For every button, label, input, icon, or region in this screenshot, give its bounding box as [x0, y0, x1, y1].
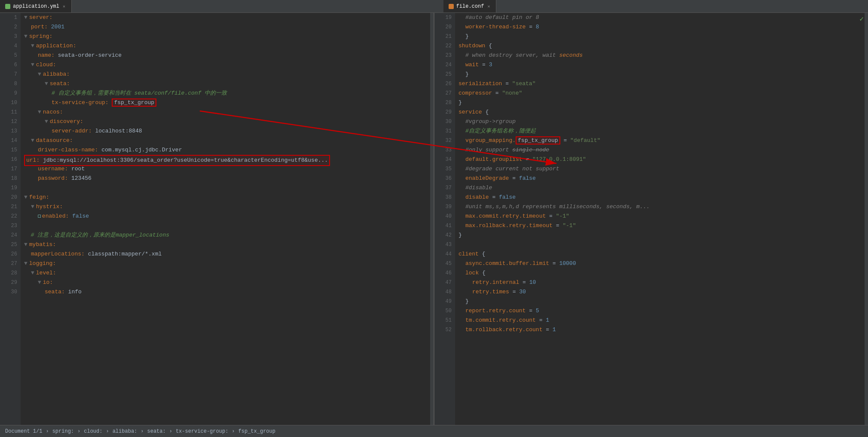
code-line: }: [458, 70, 865, 79]
line-num: 41: [434, 221, 452, 231]
line-num: 19: [434, 13, 452, 22]
breadcrumb-tx-service-group: tx-service-group:: [176, 428, 228, 434]
left-gutter: 1 2 3 4 5 6 7 8 9 10 11 12 13 14 15 16 1: [0, 13, 21, 425]
code-line: default.grouplist = "127.0.0.1:8091": [458, 155, 865, 164]
code-line: [24, 221, 430, 231]
line-num: 28: [434, 98, 452, 108]
tab-bar: application.yml ✕ file.conf ✕: [0, 0, 868, 13]
line-num: 36: [434, 174, 452, 183]
code-line: shutdown {: [458, 41, 865, 51]
line-num: 31: [434, 126, 452, 136]
code-line: disable = false: [458, 193, 865, 202]
document-info: Document 1/1: [5, 428, 42, 434]
code-line: ▼logging:: [24, 259, 430, 268]
code-line: ▼spring:: [24, 32, 430, 41]
code-line: }: [458, 98, 865, 108]
code-line: tm.commit.retry.count = 1: [458, 316, 865, 325]
line-num: 14: [0, 136, 17, 145]
editor-area: 1 2 3 4 5 6 7 8 9 10 11 12 13 14 15 16 1: [0, 13, 868, 425]
line-num: 26: [434, 79, 452, 89]
code-line: ▼io:: [24, 278, 430, 287]
left-code-area[interactable]: 1 2 3 4 5 6 7 8 9 10 11 12 13 14 15 16 1: [0, 13, 434, 425]
line-num: 42: [434, 231, 452, 240]
tab-label-left: application.yml: [13, 3, 59, 9]
code-line: ▼application:: [24, 41, 430, 51]
right-code-area[interactable]: 19 20 21 22 23 24 25 26 27 28 29 30 31 3…: [434, 13, 868, 425]
code-line: #unit ms,s,m,h,d represents milliseconds…: [458, 202, 865, 212]
line-num: 52: [434, 325, 452, 335]
line-num: 33: [434, 145, 452, 155]
left-editor-pane: 1 2 3 4 5 6 7 8 9 10 11 12 13 14 15 16 1: [0, 13, 434, 425]
code-line: max.rollback.retry.timeout = "-1": [458, 221, 865, 231]
code-line: [24, 183, 430, 193]
tab-close-left[interactable]: ✕: [62, 3, 66, 9]
code-line: retry.internal = 10: [458, 278, 865, 287]
code-line: server-addr: localhost:8848: [24, 126, 430, 136]
line-num: 45: [434, 259, 452, 268]
line-num: 5: [0, 51, 17, 60]
code-line: ▼datasource:: [24, 136, 430, 145]
code-line: ▼level:: [24, 268, 430, 278]
yaml-icon: [5, 4, 10, 9]
line-num: 20: [434, 22, 452, 32]
line-num: 24: [0, 231, 17, 240]
line-num: 51: [434, 316, 452, 325]
line-num: 20: [0, 193, 17, 202]
line-num: 13: [0, 126, 17, 136]
line-num: 11: [0, 108, 17, 117]
line-num: 8: [0, 79, 17, 89]
tab-label-right: file.conf: [456, 3, 484, 9]
code-line: lock {: [458, 268, 865, 278]
status-bar: Document 1/1 › spring: › cloud: › alibab…: [0, 425, 868, 437]
line-num: 6: [0, 60, 17, 70]
line-num: 32: [434, 136, 452, 145]
code-line: ▼mybatis:: [24, 240, 430, 249]
code-line: worker-thread-size = 8: [458, 22, 865, 32]
code-line: }: [458, 297, 865, 306]
code-line: mapperLocations: classpath:mapper/*.xml: [24, 249, 430, 259]
line-num: 43: [434, 240, 452, 249]
line-num: 17: [0, 164, 17, 174]
code-line: max.commit.retry.timeout = "-1": [458, 212, 865, 221]
line-num: 10: [0, 98, 17, 108]
right-scrollbar[interactable]: [865, 13, 868, 425]
code-line: #disable: [458, 183, 865, 193]
code-line: service {: [458, 108, 865, 117]
code-line: ▼nacos:: [24, 108, 430, 117]
code-line: #only support single node: [458, 145, 865, 155]
line-num: 7: [0, 70, 17, 79]
code-line: enableDegrade = false: [458, 174, 865, 183]
code-line: retry.times = 30: [458, 287, 865, 297]
code-line: }: [458, 231, 865, 240]
code-line: # when destroy server, wait seconds: [458, 51, 865, 60]
line-num: 22: [434, 41, 452, 51]
code-line: ▼alibaba:: [24, 70, 430, 79]
line-num: 29: [434, 108, 452, 117]
line-num: 48: [434, 287, 452, 297]
tab-file-conf[interactable]: file.conf ✕: [443, 0, 497, 12]
line-num: 22: [0, 212, 17, 221]
code-line: # 注意，这是自定义的，原来的是mapper_locations: [24, 231, 430, 240]
code-line: seata: info: [24, 287, 430, 297]
code-line: wait = 3: [458, 60, 865, 70]
code-line: ▼discovery:: [24, 117, 430, 126]
code-line: client {: [458, 249, 865, 259]
line-num: 15: [0, 145, 17, 155]
code-line-16: url: jdbc:mysql://localhost:3306/seata_o…: [24, 155, 430, 164]
breadcrumb-alibaba: alibaba:: [113, 428, 138, 434]
breadcrumb-cloud: cloud:: [84, 428, 102, 434]
line-num: 23: [434, 51, 452, 60]
line-num: 39: [434, 202, 452, 212]
tab-application-yml[interactable]: application.yml ✕: [0, 0, 72, 12]
line-num: 38: [434, 193, 452, 202]
tab-close-right[interactable]: ✕: [486, 3, 491, 9]
conf-icon: [449, 4, 454, 9]
line-num: 12: [0, 117, 17, 126]
code-line: username: root: [24, 164, 430, 174]
breadcrumb-fsp-tx-group: fsp_tx_group: [238, 428, 275, 434]
code-line: #vgroup->rgroup: [458, 117, 865, 126]
line-num: 30: [434, 117, 452, 126]
left-scrollbar[interactable]: [430, 13, 434, 425]
code-line: #degrade current not support: [458, 164, 865, 174]
breadcrumb-spring: spring:: [52, 428, 74, 434]
